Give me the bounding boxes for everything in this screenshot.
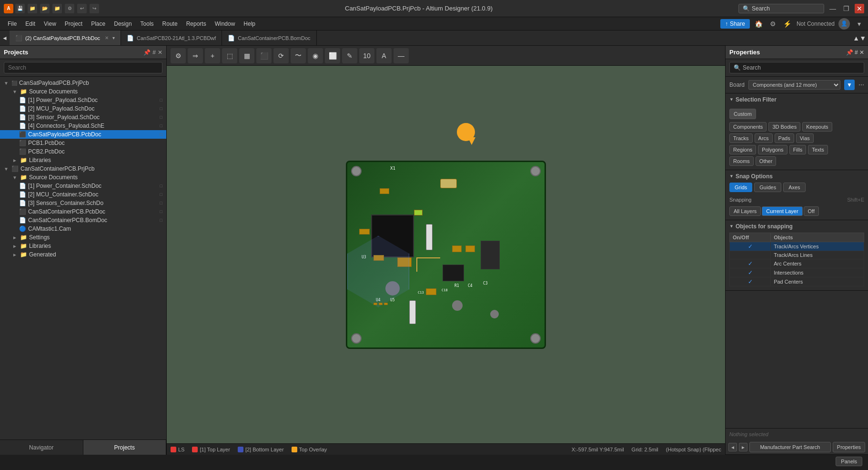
home-icon[interactable]: 🏠 bbox=[754, 19, 764, 29]
props-pin-icon[interactable]: 📌 bbox=[846, 49, 853, 56]
tool-number[interactable]: 10 bbox=[359, 48, 374, 63]
selection-filter-header[interactable]: Selection Filter bbox=[726, 93, 868, 106]
filter-components[interactable]: Components bbox=[729, 122, 767, 132]
save-icon[interactable]: 💾 bbox=[15, 4, 25, 13]
sidebar-tab-projects[interactable]: Projects bbox=[83, 440, 167, 455]
open-icon[interactable]: 📁 bbox=[28, 4, 37, 13]
menu-help[interactable]: Help bbox=[240, 19, 259, 29]
tab-close-icon[interactable]: ✕ bbox=[105, 35, 109, 41]
menu-project[interactable]: Project bbox=[61, 19, 86, 29]
tree-source-docs2[interactable]: ▼ 📁 Source Documents bbox=[0, 173, 166, 182]
menu-file[interactable]: File bbox=[4, 19, 20, 29]
tree-source-docs1[interactable]: ▼ 📁 Source Documents bbox=[0, 87, 166, 96]
tree-item-project1[interactable]: ▼ ⬛ CanSatPayloadPCB.PrjPcb bbox=[0, 79, 166, 87]
pcb-canvas[interactable]: X1 bbox=[167, 66, 725, 443]
tree-generated[interactable]: ► 📁 Generated bbox=[0, 250, 166, 259]
objects-snapping-header[interactable]: Objects for snapping bbox=[726, 220, 868, 233]
sidebar-unpin-icon[interactable]: # bbox=[152, 49, 156, 56]
tool-line[interactable]: — bbox=[394, 48, 409, 63]
snap-axes-btn[interactable]: Axes bbox=[783, 183, 805, 192]
filter-rooms[interactable]: Rooms bbox=[729, 156, 754, 166]
filter-fills[interactable]: Fills bbox=[789, 145, 807, 154]
all-layers-btn[interactable]: All Layers bbox=[729, 206, 761, 216]
properties-button[interactable]: Properties bbox=[833, 442, 865, 452]
tool-arc[interactable]: ⟳ bbox=[273, 48, 289, 63]
tool-grid[interactable]: ▦ bbox=[239, 48, 254, 63]
off-btn[interactable]: Off bbox=[804, 206, 819, 216]
props-prev-btn[interactable]: ◄ bbox=[728, 443, 737, 451]
props-close-icon[interactable]: ✕ bbox=[859, 49, 864, 56]
tab-bomdoc[interactable]: 📄 CanSatContainerPCB.BomDoc bbox=[222, 31, 316, 45]
tool-fill[interactable]: ⬛ bbox=[256, 48, 272, 63]
filter-pads[interactable]: Pads bbox=[775, 133, 794, 143]
settings2-icon[interactable]: ⚙ bbox=[768, 19, 778, 29]
snap-grids-btn[interactable]: Grids bbox=[729, 183, 752, 192]
titlebar-search[interactable]: 🔍 Search bbox=[738, 4, 824, 13]
filter-other[interactable]: Other bbox=[756, 156, 777, 166]
tool-edit[interactable]: ✎ bbox=[342, 48, 357, 63]
menu-view[interactable]: View bbox=[40, 19, 60, 29]
minimize-button[interactable]: — bbox=[828, 4, 838, 13]
redo-icon[interactable]: ↪ bbox=[90, 4, 99, 13]
tree-mcu-container[interactable]: 📄 [2] MCU_Container.SchDoc □ bbox=[0, 190, 166, 199]
menu-route[interactable]: Route bbox=[159, 19, 182, 29]
tree-container-pcb[interactable]: ⬛ CanSatContainerPCB.PcbDoc □ bbox=[0, 207, 166, 216]
tab-scroll-left[interactable]: ◄ bbox=[0, 31, 10, 45]
mfg-search-button[interactable]: Manufacturer Part Search bbox=[749, 442, 831, 452]
menu-design[interactable]: Design bbox=[110, 19, 135, 29]
props-unpin-icon[interactable]: # bbox=[855, 49, 858, 56]
sidebar-pin-icon[interactable]: 📌 bbox=[143, 49, 151, 56]
snap-row-pad-centers[interactable]: ✓ Pad Centers bbox=[730, 277, 864, 286]
tree-item-project2[interactable]: ▼ ⬛ CanSatContainerPCB.PrjPcb bbox=[0, 164, 166, 173]
props-next-btn[interactable]: ► bbox=[739, 443, 747, 451]
snap-row-arc-centers[interactable]: ✓ Arc Centers bbox=[730, 259, 864, 268]
tree-connectors-payload[interactable]: 📄 [4] Connectors_Payload.SchE □ bbox=[0, 122, 166, 130]
tree-settings[interactable]: ► 📁 Settings bbox=[0, 233, 166, 242]
menu-reports[interactable]: Reports bbox=[182, 19, 210, 29]
tree-power-payload[interactable]: 📄 [1] Power_Payload.SchDoc □ bbox=[0, 96, 166, 104]
cb-track-lines[interactable] bbox=[730, 251, 771, 259]
tree-mcu-payload[interactable]: 📄 [2] MCU_Payload.SchDoc □ bbox=[0, 104, 166, 113]
tool-via[interactable]: ◉ bbox=[308, 48, 323, 63]
more-options-icon[interactable]: ⋯ bbox=[858, 82, 864, 88]
snap-guides-btn[interactable]: Guides bbox=[754, 183, 781, 192]
snap-options-header[interactable]: Snap Options bbox=[726, 170, 868, 183]
cb-pad-centers[interactable]: ✓ bbox=[730, 277, 771, 286]
sidebar-search-input[interactable] bbox=[4, 62, 162, 73]
tool-select[interactable]: ⚙ bbox=[171, 48, 186, 63]
menu-edit[interactable]: Edit bbox=[21, 19, 39, 29]
dropdown-icon[interactable]: ▾ bbox=[854, 19, 864, 29]
network-icon[interactable]: ⚡ bbox=[782, 19, 793, 29]
cb-arc-centers[interactable]: ✓ bbox=[730, 259, 771, 268]
filter-polygons[interactable]: Polygons bbox=[758, 145, 787, 154]
tree-pcb2[interactable]: ⬛ PCB2.PcbDoc bbox=[0, 147, 166, 156]
tree-payload-pcb[interactable]: ⬛ CanSatPayloadPCB.PcbDoc □ bbox=[0, 130, 166, 139]
folder2-icon[interactable]: 📁 bbox=[52, 4, 62, 13]
tree-pcb1[interactable]: ⬛ PCB1.PcbDoc bbox=[0, 139, 166, 147]
current-layer-btn[interactable]: Current Layer bbox=[762, 206, 802, 216]
tool-pad[interactable]: ⬜ bbox=[325, 48, 340, 63]
tree-power-container[interactable]: 📄 [1] Power_Container.SchDoc □ bbox=[0, 182, 166, 190]
board-dropdown[interactable]: Components (and 12 more) bbox=[748, 80, 840, 90]
filter-keepouts[interactable]: Keepouts bbox=[802, 122, 832, 132]
close-button[interactable]: ✕ bbox=[855, 4, 864, 13]
tab-down-icon[interactable]: ▼ bbox=[859, 34, 866, 42]
layer-overlay[interactable]: Top Overlay bbox=[292, 447, 327, 452]
tab-scroll-right[interactable]: ▲ ▼ bbox=[851, 31, 868, 45]
tree-camtastic[interactable]: 🔵 CAMtastic1.Cam bbox=[0, 225, 166, 233]
cb-intersections[interactable]: ✓ bbox=[730, 268, 771, 277]
custom-filter-btn[interactable]: Custom bbox=[729, 109, 756, 119]
tool-add[interactable]: + bbox=[205, 48, 220, 63]
snap-row-track-vertices[interactable]: ✓ Track/Arcs Vertices bbox=[730, 242, 864, 251]
tool-text[interactable]: A bbox=[376, 48, 392, 63]
layer-top[interactable]: [1] Top Layer bbox=[192, 447, 230, 452]
menu-place[interactable]: Place bbox=[87, 19, 109, 29]
tool-rect[interactable]: ⬚ bbox=[222, 48, 237, 63]
layer-bottom[interactable]: [2] Bottom Layer bbox=[238, 447, 284, 452]
filter-arcs[interactable]: Arcs bbox=[755, 133, 773, 143]
tree-libraries2[interactable]: ► 📁 Libraries bbox=[0, 242, 166, 250]
tree-sensors-container[interactable]: 📄 [3] Sensors_Container.SchDo □ bbox=[0, 199, 166, 207]
tree-container-bom[interactable]: 📄 CanSatContainerPCB.BomDoc □ bbox=[0, 216, 166, 225]
props-search-input[interactable]: 🔍 Search bbox=[729, 62, 864, 73]
tree-sensor-payload[interactable]: 📄 [3] Sensor_Payload.SchDoc □ bbox=[0, 113, 166, 122]
